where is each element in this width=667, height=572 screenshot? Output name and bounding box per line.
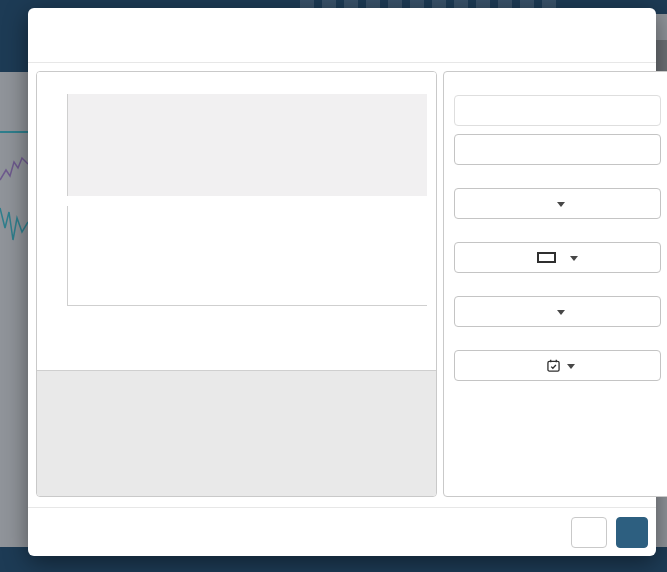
metadata-row (37, 427, 436, 450)
update-content-properties-dialog (28, 8, 656, 556)
metadata-label (37, 404, 185, 427)
trend-chart-top (67, 94, 427, 196)
chevron-down-icon (557, 202, 565, 207)
worksheet-preview-image (37, 72, 436, 344)
calendar-check-icon (547, 359, 560, 372)
metadata-row (37, 381, 436, 404)
trend-chart-bottom (67, 206, 427, 306)
content-size-dropdown[interactable] (454, 188, 661, 219)
chevron-down-icon (567, 364, 575, 369)
content-options-panel (443, 71, 667, 497)
metadata-label (37, 473, 185, 496)
screen (0, 0, 667, 572)
background-purple-trend-fragment (0, 150, 28, 190)
dialog-header (28, 8, 656, 63)
insert-button[interactable] (616, 517, 648, 548)
metadata-row (37, 450, 436, 473)
obscured-page-title (300, 0, 560, 8)
background-header-left (0, 0, 28, 72)
scale-note (37, 344, 436, 370)
font-size-dropdown[interactable] (454, 296, 661, 327)
metadata-label (37, 427, 185, 450)
update-from-worksheet-button[interactable] (454, 95, 661, 126)
worksheet-metadata (37, 370, 436, 496)
metadata-row (37, 473, 436, 496)
metadata-label (37, 450, 185, 473)
background-chart-line-fragment (0, 131, 28, 133)
metadata-row (37, 404, 436, 427)
background-teal-trend-fragment (0, 198, 28, 244)
edit-source-worksheet-button[interactable] (454, 134, 661, 165)
chevron-down-icon (570, 256, 578, 261)
chevron-down-icon (557, 310, 565, 315)
cancel-button[interactable] (571, 517, 607, 548)
worksheet-preview-panel (36, 71, 437, 497)
date-range-dropdown[interactable] (454, 350, 661, 381)
metadata-label (37, 381, 185, 404)
rectangle-shape-icon (537, 252, 556, 263)
dialog-footer (28, 507, 656, 556)
content-shape-dropdown[interactable] (454, 242, 661, 273)
